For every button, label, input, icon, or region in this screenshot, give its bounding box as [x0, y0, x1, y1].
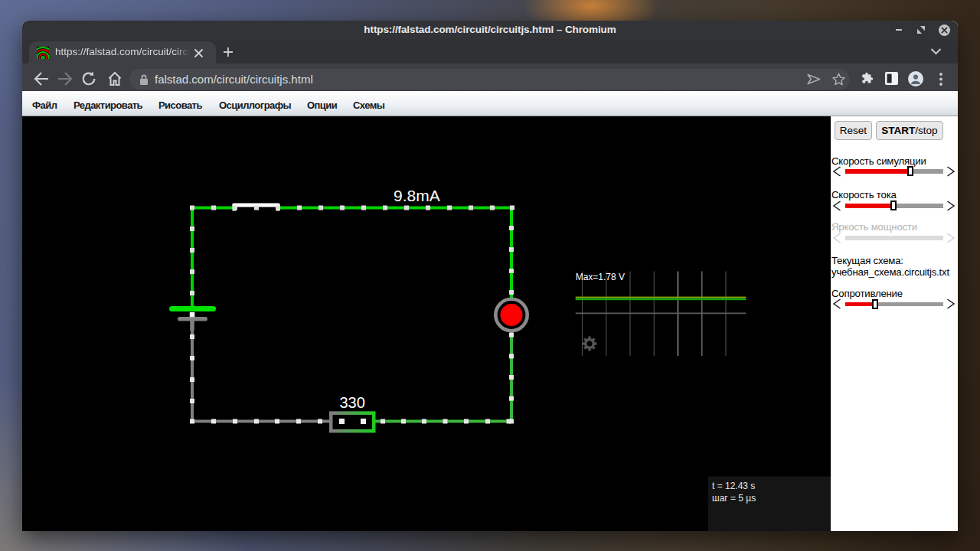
svg-text:шаг = 5 µs: шаг = 5 µs: [712, 493, 756, 504]
svg-text:t = 12.43 s: t = 12.43 s: [712, 481, 755, 491]
svg-text:9.8mA: 9.8mA: [394, 187, 440, 204]
svg-text:330: 330: [340, 394, 365, 411]
svg-text:Max=1.78 V: Max=1.78 V: [576, 272, 625, 282]
